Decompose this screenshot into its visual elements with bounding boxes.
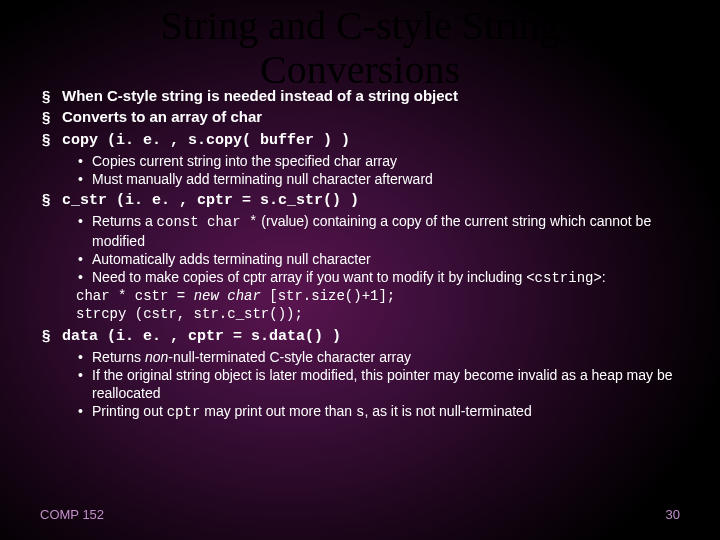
data-sub-3: Printing out cptr may print out more tha…: [76, 402, 680, 421]
slide-footer: COMP 152 30: [40, 507, 680, 522]
bullet-2: Converts to an array of char: [40, 107, 680, 127]
slide-body: When C-style string is needed instead of…: [0, 86, 720, 422]
title-line-1: String and C-style String: [161, 3, 560, 48]
bullet-1: When C-style string is needed instead of…: [40, 86, 680, 106]
bullet-copy: copy (i. e. , s.copy( buffer ) ) Copies …: [40, 129, 680, 189]
footer-course: COMP 152: [40, 507, 104, 522]
bullet-cstr: c_str (i. e. , cptr = s.c_str() ) Return…: [40, 189, 680, 323]
data-sub-1: Returns non-null-terminated C-style char…: [76, 348, 680, 366]
cstr-code-1: char * cstr = new char [str.size()+1];: [76, 287, 680, 305]
data-sub-2: If the original string object is later m…: [76, 366, 680, 402]
copy-sub-2: Must manually add terminating null chara…: [76, 170, 680, 188]
copy-sub-1: Copies current string into the specified…: [76, 152, 680, 170]
cstr-sub-3: Need to make copies of cptr array if you…: [76, 268, 680, 287]
cstr-code-2: strcpy (cstr, str.c_str());: [76, 305, 680, 323]
cstr-sub-1: Returns a const char * (rvalue) containi…: [76, 212, 680, 249]
footer-page-number: 30: [666, 507, 680, 522]
slide-title: String and C-style String Conversions: [0, 0, 720, 92]
cstr-sub-2: Automatically adds terminating null char…: [76, 250, 680, 268]
bullet-data: data (i. e. , cptr = s.data() ) Returns …: [40, 325, 680, 422]
